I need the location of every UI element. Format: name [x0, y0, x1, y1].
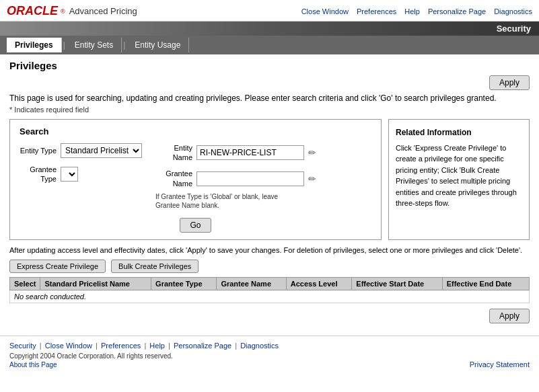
grantee-name-row: Grantee Name ✏ [155, 169, 316, 188]
top-nav: Close Window Preferences Help Personaliz… [301, 7, 532, 15]
apply-row-bottom: Apply [9, 309, 530, 323]
col-select: Select [10, 278, 40, 290]
tab-sep-2: | [123, 40, 125, 50]
entity-name-edit-icon[interactable]: ✏ [308, 147, 316, 158]
footer-sep-5: | [235, 342, 239, 350]
related-info-title: Related Information [396, 126, 522, 139]
footer-preferences-link[interactable]: Preferences [101, 342, 141, 350]
table-row: No search conducted. [10, 290, 530, 303]
action-text: After updating access level and effectiv… [9, 245, 530, 256]
search-fields: Entity Type Standard Pricelist Grantee T… [20, 143, 371, 210]
tab-entity-sets[interactable]: Entity Sets [67, 38, 122, 52]
footer-help-link[interactable]: Help [149, 342, 165, 350]
express-create-button[interactable]: Express Create Privilege [9, 260, 106, 273]
col-access-level: Access Level [286, 278, 352, 290]
grantee-type-label: Grantee Type [20, 165, 57, 184]
entity-name-input[interactable] [196, 145, 304, 160]
related-info-text: Click 'Express Create Privilege' to crea… [396, 144, 517, 208]
col-grantee-type: Grantee Type [151, 278, 217, 290]
required-note: * Indicates required field [9, 106, 530, 114]
footer: Security | Close Window | Preferences | … [0, 336, 539, 371]
footer-close-link[interactable]: Close Window [45, 342, 92, 350]
security-banner: Security [0, 22, 539, 36]
tab-sep-1: | [63, 40, 65, 50]
table-header-row: Select Standard Pricelist Name Grantee T… [10, 278, 530, 290]
tab-privileges[interactable]: Privileges [7, 38, 62, 52]
oracle-logo: ORACLE® [7, 4, 65, 18]
footer-links: Security | Close Window | Preferences | … [9, 342, 279, 350]
personalize-page-link[interactable]: Personalize Page [428, 7, 486, 15]
top-bar: ORACLE® Advanced Pricing Close Window Pr… [0, 0, 539, 22]
privacy-statement-link[interactable]: Privacy Statement [470, 360, 530, 368]
info-text: This page is used for searching, updatin… [9, 93, 530, 104]
diagnostics-link[interactable]: Diagnostics [494, 7, 532, 15]
help-link[interactable]: Help [404, 7, 420, 15]
apply-row-top: Apply [9, 75, 530, 90]
entity-type-select[interactable]: Standard Pricelist [61, 143, 142, 158]
oracle-wordmark: ORACLE [7, 4, 58, 18]
footer-left: Security | Close Window | Preferences | … [9, 342, 279, 368]
preferences-link[interactable]: Preferences [357, 7, 396, 15]
privileges-table: Select Standard Pricelist Name Grantee T… [9, 277, 530, 303]
footer-personalize-link[interactable]: Personalize Page [174, 342, 231, 350]
grantee-type-select[interactable] [61, 167, 78, 182]
page-content: Privileges Apply This page is used for s… [0, 54, 539, 336]
apply-button-bottom[interactable]: Apply [489, 309, 530, 323]
tab-bar: Privileges | Entity Sets | Entity Usage [0, 36, 539, 54]
apply-button-top[interactable]: Apply [489, 75, 530, 90]
col-grantee-name: Grantee Name [217, 278, 286, 290]
go-button[interactable]: Go [180, 218, 211, 233]
entity-name-row: Entity Name ✏ [155, 143, 316, 163]
entity-type-label: Entity Type [20, 146, 57, 155]
grantee-name-input[interactable] [196, 171, 304, 186]
footer-sep-2: | [96, 342, 100, 350]
copyright: Copyright 2004 Oracle Corporation. All r… [9, 352, 279, 360]
about-page-link[interactable]: About this Page [9, 361, 279, 368]
no-search-text: No search conducted. [10, 290, 530, 303]
footer-sep-4: | [168, 342, 172, 350]
col-pricelist-name: Standard Pricelist Name [40, 278, 151, 290]
entity-type-row: Entity Type Standard Pricelist [20, 143, 142, 158]
main-area: Search Entity Type Standard Pricelist Gr… [9, 119, 530, 240]
right-field-group: Entity Name ✏ Grantee Name ✏ If Grantee … [155, 143, 316, 210]
search-box: Search Entity Type Standard Pricelist Gr… [9, 119, 382, 240]
search-title: Search [20, 126, 371, 136]
entity-name-label: Entity Name [155, 143, 192, 163]
footer-security-link[interactable]: Security [9, 342, 36, 350]
left-field-group: Entity Type Standard Pricelist Grantee T… [20, 143, 142, 210]
footer-sep-3: | [144, 342, 148, 350]
grantee-name-edit-icon[interactable]: ✏ [308, 173, 316, 184]
bulk-create-button[interactable]: Bulk Create Privileges [111, 260, 199, 273]
grantee-name-label: Grantee Name [155, 169, 192, 188]
col-effective-start: Effective Start Date [352, 278, 442, 290]
related-info-box: Related Information Click 'Express Creat… [388, 119, 530, 240]
tab-entity-usage[interactable]: Entity Usage [127, 38, 189, 52]
logo-area: ORACLE® Advanced Pricing [7, 4, 137, 18]
app-title: Advanced Pricing [69, 6, 137, 16]
footer-diagnostics-link[interactable]: Diagnostics [240, 342, 279, 350]
action-buttons: Express Create Privilege Bulk Create Pri… [9, 260, 530, 273]
close-window-link[interactable]: Close Window [301, 7, 349, 15]
col-effective-end: Effective End Date [442, 278, 529, 290]
grantee-type-row: Grantee Type [20, 165, 142, 184]
footer-sep-1: | [40, 342, 44, 350]
page-title: Privileges [9, 60, 530, 71]
grantee-note: If Grantee Type is 'Global' or blank, le… [155, 192, 290, 210]
registered-mark: ® [61, 8, 65, 15]
